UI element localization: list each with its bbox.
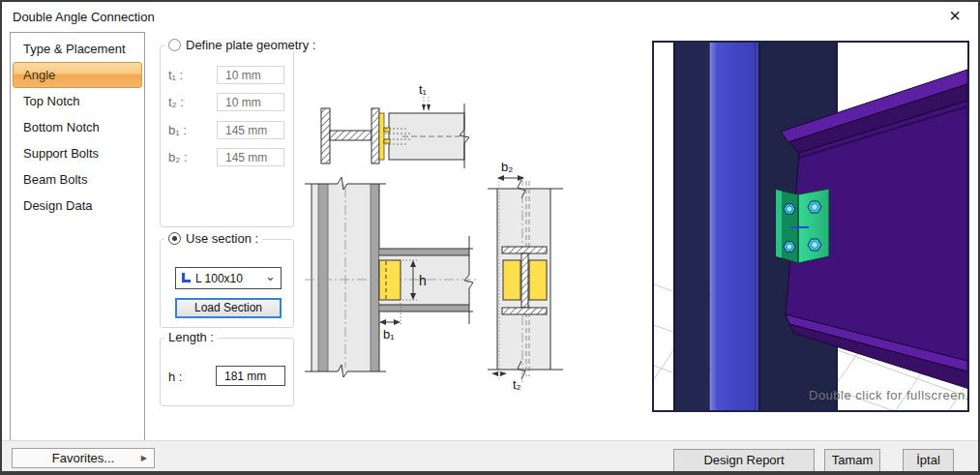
sidebar-item-beam-bolts[interactable]: Beam Bolts xyxy=(13,166,142,193)
sidebar-item-angle[interactable]: Angle xyxy=(13,62,142,88)
double-angle-connection-dialog: Double Angle Connection × Type & Placeme… xyxy=(0,0,980,475)
b1-label: b₁ : xyxy=(168,123,187,137)
plate-geometry-label: Define plate geometry : xyxy=(186,38,315,52)
h-dim-label: h xyxy=(419,273,427,288)
b2-field xyxy=(217,148,284,166)
length-group: Length : h : xyxy=(160,338,294,406)
3d-scene: Double click for fullscreen. xyxy=(654,43,967,410)
ok-button[interactable]: Tamam xyxy=(824,449,880,472)
use-section-caption: Use section : xyxy=(164,231,262,246)
dialog-title: Double Angle Connection xyxy=(13,10,155,24)
3d-preview-viewport[interactable]: Double click for fullscreen. xyxy=(652,41,969,412)
use-section-group: Use section : L 100x10 ⌄ Load Section xyxy=(160,239,294,328)
sidebar-item-support-bolts[interactable]: Support Bolts xyxy=(13,140,142,166)
chevron-down-icon: ⌄ xyxy=(265,269,276,283)
plate-geometry-radio[interactable] xyxy=(168,39,181,51)
favorites-button[interactable]: Favorites... ▶ xyxy=(12,448,155,468)
sidebar-item-type-placement[interactable]: Type & Placement xyxy=(13,36,142,62)
plate-geometry-group: Define plate geometry : t₁ : t₂ : b₁ : b… xyxy=(160,45,294,227)
diagram-section-view: b₂ t₂ xyxy=(488,160,563,392)
sidebar-item-bottom-notch[interactable]: Bottom Notch xyxy=(13,114,142,140)
use-section-label: Use section : xyxy=(186,231,258,246)
footer-bar: Favorites... ▶ Design Report Tamam İptal xyxy=(2,440,978,471)
h-label: h : xyxy=(168,370,182,384)
length-caption: Length : xyxy=(164,330,218,344)
b1-field xyxy=(217,121,284,139)
diagram-top-view: t₁ xyxy=(321,82,469,168)
b2-dim-label: b₂ xyxy=(501,160,513,174)
bolt-icon xyxy=(784,242,795,252)
fullscreen-hint: Double click for fullscreen. xyxy=(809,388,967,402)
bolt-icon xyxy=(808,201,821,213)
section-dropdown[interactable]: L 100x10 ⌄ xyxy=(175,267,282,289)
sidebar-item-top-notch[interactable]: Top Notch xyxy=(13,88,142,114)
title-bar: Double Angle Connection × xyxy=(2,2,978,31)
t1-field xyxy=(217,66,284,84)
close-icon[interactable]: × xyxy=(944,4,965,27)
t1-label: t₁ : xyxy=(168,68,183,82)
favorites-label: Favorites... xyxy=(52,451,114,465)
b1-dim-label: b₁ xyxy=(383,327,395,341)
load-section-button[interactable]: Load Section xyxy=(175,298,282,318)
plate-geometry-caption: Define plate geometry : xyxy=(164,38,319,52)
arrow-right-icon: ▶ xyxy=(141,449,147,467)
bolt-icon xyxy=(784,204,795,214)
t2-label: t₂ : xyxy=(168,95,184,109)
t1-dim-label: t₁ xyxy=(419,82,428,97)
b2-label: b₂ : xyxy=(168,150,188,164)
section-dropdown-value: L 100x10 xyxy=(195,272,243,285)
diagram-elevation-view: h b₁ xyxy=(305,177,477,377)
cancel-button[interactable]: İptal xyxy=(903,449,954,472)
sidebar: Type & Placement Angle Top Notch Bottom … xyxy=(10,32,145,442)
length-label: Length : xyxy=(168,330,214,344)
bolt-icon xyxy=(808,239,821,251)
l-section-icon xyxy=(182,273,191,282)
t2-field xyxy=(217,93,284,111)
design-report-button[interactable]: Design Report xyxy=(673,449,815,472)
t2-dim-label: t₂ xyxy=(513,377,521,392)
sidebar-item-design-data[interactable]: Design Data xyxy=(13,193,142,219)
use-section-radio[interactable] xyxy=(168,232,181,245)
angle-plate-3d xyxy=(776,189,829,263)
h-field[interactable] xyxy=(216,366,285,386)
connection-diagrams: t₁ xyxy=(302,36,645,413)
